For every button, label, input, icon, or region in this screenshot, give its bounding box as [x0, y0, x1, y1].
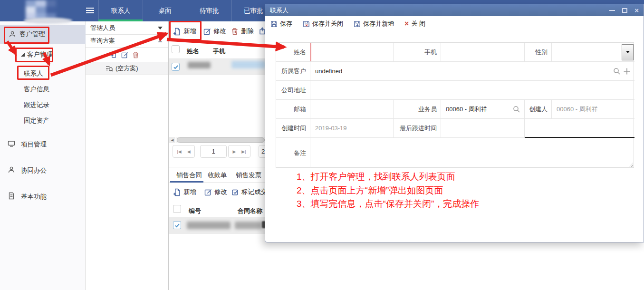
row-checkbox-checked[interactable]	[172, 63, 180, 71]
scrollbar-left-arrow[interactable]: ◀	[169, 137, 175, 143]
remarks-textarea[interactable]	[310, 138, 634, 168]
mark-deal-button[interactable]: 标记成交	[231, 188, 267, 196]
scrollbar-thumb[interactable]	[177, 137, 265, 143]
monitor-icon	[8, 140, 15, 147]
query-plan-item-empty[interactable]: (空方案)	[86, 62, 168, 75]
annotation-line-1: 1、打开客户管理，找到联系人列表页面	[297, 170, 479, 184]
modal-toolbar: 保存 保存并关闭 保存并新增 × 关 闭	[265, 16, 425, 31]
last-follow-input[interactable]	[441, 119, 525, 138]
sidebar-group-label: 客户管理	[27, 51, 53, 58]
new-document-icon	[173, 28, 181, 36]
add-contact-button[interactable]: 新增	[173, 27, 196, 36]
tab-sales-invoice[interactable]: 销售发票	[236, 171, 261, 180]
prev-page-icon[interactable]: ◀	[187, 149, 191, 154]
sidebar-item-label: 客户管理	[19, 30, 45, 39]
contact-form: 姓名 手机 性别 所属客户 undefined	[276, 42, 634, 168]
edit-plan-icon[interactable]	[121, 51, 128, 58]
sidebar-item-customer-info[interactable]: 客户信息	[24, 85, 49, 94]
add-plan-icon[interactable]	[110, 51, 117, 58]
close-label: 关 闭	[411, 19, 425, 28]
focused-empty-cell[interactable]	[525, 119, 634, 138]
edit-icon	[203, 28, 211, 35]
delete-contact-button[interactable]: 删除	[231, 27, 254, 36]
sidebar-item-fixed-assets[interactable]: 固定资产	[24, 116, 49, 125]
add-contract-button[interactable]: 新增	[173, 188, 196, 196]
mobile-input[interactable]	[441, 43, 525, 62]
pagination-first-prev[interactable]: |◀◀	[173, 145, 195, 158]
select-all-contracts-checkbox[interactable]	[173, 205, 181, 213]
sidebar-group-customer-mgmt[interactable]: 客户管理	[21, 50, 53, 59]
redacted-name	[188, 62, 211, 68]
search-icon[interactable]	[513, 106, 520, 113]
column-header-mobile[interactable]: 手机	[213, 47, 225, 56]
first-page-icon[interactable]: |◀	[177, 149, 181, 154]
delete-plan-icon[interactable]	[132, 51, 139, 58]
sidebar-item-basic-functions[interactable]: 基本功能	[21, 193, 47, 201]
column-header-name[interactable]: 姓名	[187, 47, 199, 56]
edit-contract-button[interactable]: 修改	[204, 188, 227, 196]
sidebar-item-contacts[interactable]: 联系人	[24, 69, 43, 78]
tab-contacts[interactable]: 联系人	[98, 0, 143, 21]
save-close-label: 保存并关闭	[312, 19, 343, 28]
contract-row-checkbox-checked[interactable]	[173, 221, 181, 229]
next-page-icon[interactable]: ▶	[232, 149, 236, 154]
current-page-input[interactable]: 1	[200, 145, 227, 158]
maximize-icon[interactable]	[622, 8, 627, 13]
add-contract-label: 新增	[183, 188, 196, 196]
tab-desktop[interactable]: 桌面	[143, 0, 187, 21]
sidebar-item-collab-office[interactable]: 协同办公	[21, 166, 47, 175]
person-icon	[9, 30, 16, 38]
sidebar-item-customer-mgmt[interactable]: 客户管理	[0, 25, 86, 44]
check-square-icon	[231, 188, 239, 196]
tab-pending-approval[interactable]: 待审批	[187, 0, 231, 21]
empty-plan-label: (空方案)	[115, 64, 138, 73]
edit-contract-label: 修改	[214, 188, 227, 196]
logo-blur-blob	[24, 18, 72, 24]
name-input[interactable]	[310, 43, 394, 62]
email-input[interactable]	[310, 100, 394, 119]
hamburger-menu-icon[interactable]	[86, 8, 94, 14]
name-label: 姓名	[276, 43, 310, 62]
edit-contact-button[interactable]: 修改	[203, 27, 226, 36]
save-icon	[270, 20, 278, 28]
salesman-input[interactable]: 00060 - 周利祥	[441, 100, 525, 119]
address-input[interactable]	[310, 81, 634, 100]
pagination-next-last[interactable]: ▶▶|	[228, 145, 250, 158]
minimize-icon[interactable]	[609, 10, 615, 11]
customer-input[interactable]: undefined	[310, 62, 634, 81]
annotation-line-2: 2、点击页面上方“新增”弹出如图页面	[297, 184, 479, 198]
address-label: 公司地址	[276, 81, 310, 100]
sidebar-item-project-mgmt[interactable]: 项目管理	[21, 140, 47, 149]
managed-personnel-dropdown[interactable]: 管辖人员	[86, 22, 168, 35]
save-label: 保存	[280, 19, 292, 28]
column-header-contract-name[interactable]: 合同名称	[238, 207, 262, 215]
select-all-checkbox[interactable]	[172, 45, 180, 53]
dropdown-arrow-button[interactable]	[622, 44, 634, 60]
modal-titlebar[interactable]: 联系人 ×	[265, 4, 644, 16]
last-page-icon[interactable]: ▶|	[241, 149, 246, 154]
close-button[interactable]: × 关 闭	[404, 19, 425, 28]
save-close-icon	[303, 20, 310, 28]
tab-sales-contract[interactable]: 销售合同	[176, 171, 202, 180]
document-icon	[8, 192, 15, 200]
query-list-icon	[106, 65, 114, 72]
gender-select[interactable]	[552, 43, 634, 62]
search-icon[interactable]	[613, 68, 621, 75]
group-expanded-icon	[21, 53, 25, 57]
save-and-new-button[interactable]: 保存并新增	[354, 19, 394, 28]
save-and-close-button[interactable]: 保存并关闭	[303, 19, 343, 28]
plus-icon[interactable]	[623, 68, 631, 75]
close-icon[interactable]: ×	[634, 7, 639, 14]
redacted-contract-number	[187, 222, 231, 229]
app-screen: 联系人 桌面 待审批 已审批 客户管理 客户管理 联系人 客户信息 跟进记录 固…	[0, 0, 644, 290]
column-header-number[interactable]: 编号	[189, 207, 201, 215]
sidebar-item-follow-up[interactable]: 跟进记录	[24, 101, 49, 109]
managed-personnel-label: 管辖人员	[90, 24, 115, 32]
chevron-down-icon	[158, 27, 163, 29]
creator-value: 00060 - 周利祥	[552, 100, 634, 119]
resize-handle[interactable]	[629, 163, 633, 167]
email-label: 邮箱	[276, 100, 310, 119]
save-button[interactable]: 保存	[270, 19, 292, 28]
query-plan-header[interactable]: 查询方案	[86, 35, 168, 48]
tab-receipt[interactable]: 收款单	[208, 171, 227, 180]
